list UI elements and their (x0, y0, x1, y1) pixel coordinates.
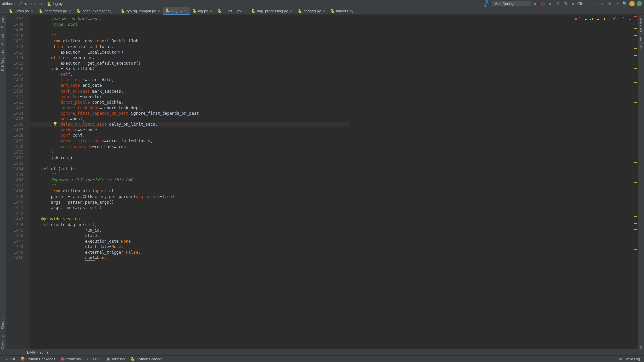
profile-icon[interactable]: ⏱ (555, 1, 560, 6)
code-with-me-icon[interactable] (637, 1, 642, 6)
typo-indicator[interactable]: ✓ 104 (608, 17, 619, 21)
error-indicator[interactable]: ◉ 2 (574, 17, 581, 21)
warning-marker[interactable] (634, 162, 637, 163)
line-number[interactable]: 1423 (6, 105, 23, 111)
tool-pull-requests[interactable]: Pull Requests (1, 50, 5, 71)
line-number[interactable]: 1414 (6, 55, 23, 61)
tab-views[interactable]: 🐍views.py× (6, 7, 36, 15)
line-number[interactable]: 1434 (6, 166, 23, 172)
line-number[interactable]: 1419 (6, 83, 23, 88)
next-highlight-icon[interactable]: ⌄ (628, 17, 631, 21)
line-number[interactable]: 1433 (6, 161, 23, 166)
code-line[interactable]: self, (30, 72, 349, 77)
line-number[interactable]: 1409 (6, 27, 23, 33)
code-line[interactable]: if not executor and local: (30, 44, 349, 50)
line-number[interactable]: 1446 (6, 233, 23, 239)
code-line[interactable]: delay_on_limit_secs=delay_on_limit_secs, (30, 122, 349, 127)
line-number[interactable]: 1421 (6, 94, 23, 100)
gutter[interactable]: 1407140814091410141114121413141414151416… (6, 15, 26, 349)
tab-base-executor[interactable]: 🐍base_executor.py× (74, 7, 118, 15)
warning-marker[interactable] (634, 35, 637, 36)
warning-marker[interactable] (634, 229, 637, 230)
warning-marker[interactable] (634, 216, 637, 217)
line-number[interactable]: 1408 (6, 22, 23, 27)
warning-marker[interactable] (634, 68, 637, 69)
code-line[interactable]: conf=conf, (30, 133, 349, 138)
code-line[interactable]: job = BackfillJob( (30, 66, 349, 72)
weak-warning-indicator[interactable]: ▲ 19 (596, 17, 605, 21)
line-number[interactable]: 1429 (6, 138, 23, 144)
line-number[interactable]: 1450 (6, 255, 23, 261)
tool-terminal[interactable]: ▣Terminal (104, 357, 128, 361)
line-number[interactable]: 1420 (6, 88, 23, 94)
code-line[interactable]: run_id, (30, 228, 349, 233)
code-line[interactable]: start_date=None, (30, 244, 349, 250)
code-line[interactable]: args.func(args, self) (30, 205, 349, 211)
tool-commit[interactable]: Commit (1, 33, 5, 45)
close-icon[interactable]: × (113, 9, 115, 13)
close-icon[interactable]: × (355, 9, 357, 13)
line-number[interactable]: 1407 (6, 16, 23, 22)
git-commit-icon[interactable]: ✓ (592, 1, 598, 6)
tool-database[interactable]: Database (639, 17, 643, 32)
close-icon[interactable]: × (244, 9, 246, 13)
git-push-icon[interactable]: ↗ (600, 1, 605, 6)
cursor-marker[interactable] (634, 156, 637, 156)
code-line[interactable]: """ (30, 172, 349, 178)
tab-dagbag[interactable]: 🐍dagbag.py× (295, 7, 328, 15)
tab-decorators[interactable]: 🐍decorators.py× (36, 7, 74, 15)
code-line[interactable]: donot_pickle=donot_pickle, (30, 100, 349, 105)
tool-sciview[interactable]: SciView (639, 37, 643, 49)
close-icon[interactable]: × (323, 9, 325, 13)
code-line[interactable]: """ (30, 183, 349, 189)
line-number[interactable]: 1425 (6, 116, 23, 122)
line-number[interactable]: 1442 (6, 211, 23, 217)
tab-timeout[interactable]: 🐍timeout.py× (328, 7, 360, 15)
code-line[interactable] (30, 161, 349, 166)
line-number[interactable]: 1435 (6, 172, 23, 178)
error-marker[interactable] (634, 16, 637, 17)
code-line[interactable] (30, 211, 349, 217)
tool-git[interactable]: ⎇Git (2, 357, 18, 361)
inspections-widget[interactable]: ◉ 2 ▲ 50 ▲ 19 ✓ 104 ⌃ ⌄ (574, 17, 631, 21)
line-number[interactable]: 1415 (6, 61, 23, 66)
code-line[interactable] (30, 27, 349, 33)
code-line[interactable]: start_date=start_date, (30, 77, 349, 83)
line-number[interactable]: 1443 (6, 216, 23, 222)
search-icon[interactable]: 🔍 (622, 1, 627, 6)
breadcrumb-item[interactable]: airflow (16, 2, 27, 6)
code-line[interactable]: executor = LocalExecutor() (30, 50, 349, 55)
warning-marker[interactable] (634, 82, 637, 83)
fold-column[interactable] (26, 15, 30, 349)
code-line[interactable]: ignore_first_depends_on_past=ignore_firs… (30, 111, 349, 116)
tool-structure[interactable]: Structure (1, 316, 5, 329)
line-number[interactable]: 1436 (6, 177, 23, 183)
code-line[interactable]: execution_date=None, (30, 239, 349, 244)
code-line[interactable]: :param run_backwards: (30, 16, 349, 22)
line-number[interactable]: 1431 (6, 149, 23, 155)
line-number[interactable]: 1424 (6, 111, 23, 116)
tab-typing-compat[interactable]: 🐍typing_compat.py× (118, 7, 163, 15)
warning-marker[interactable] (634, 48, 637, 49)
tool-project[interactable]: Project (1, 17, 5, 28)
warning-marker[interactable] (634, 102, 637, 103)
line-number[interactable]: 1439 (6, 194, 23, 200)
intention-bulb-icon[interactable]: 💡 (53, 121, 58, 127)
line-number[interactable]: 1428 (6, 133, 23, 138)
code-line[interactable]: @provide_session (30, 216, 349, 222)
breadcrumb-item[interactable]: airflow (2, 2, 13, 6)
tab-log[interactable]: 🐍log.py× (190, 7, 215, 15)
tool-problems[interactable]: Problems (58, 357, 84, 361)
code-line[interactable]: """ (30, 33, 349, 39)
line-number[interactable]: 1437 (6, 183, 23, 189)
code-line[interactable]: from airflow.bin import cli (30, 188, 349, 194)
code-line[interactable]: state, (30, 233, 349, 239)
close-icon[interactable]: × (31, 9, 33, 13)
warning-marker[interactable] (634, 249, 637, 250)
tab-dag[interactable]: 🐍dag.py× (163, 7, 189, 15)
code-line[interactable]: :type: bool (30, 22, 349, 27)
tool-python-console[interactable]: 🐍Python Console (128, 357, 165, 361)
right-editor-pane[interactable]: ◉ 2 ▲ 50 ▲ 19 ✓ 104 ⌃ ⌄ (349, 15, 638, 349)
code-line[interactable]: def cli(self): (30, 166, 349, 172)
git-revert-icon[interactable]: ↩ (614, 1, 620, 6)
